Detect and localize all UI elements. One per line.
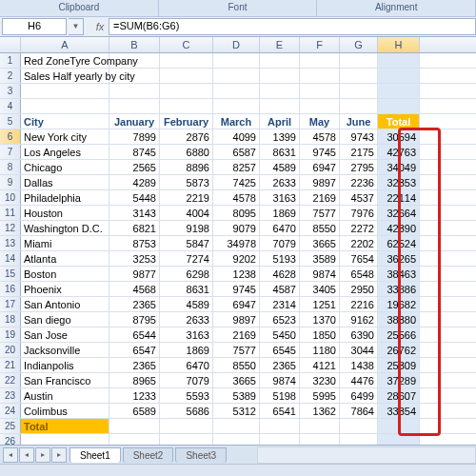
- cell[interactable]: 4004: [160, 206, 213, 220]
- cell[interactable]: [260, 419, 300, 433]
- cell[interactable]: [109, 69, 160, 83]
- cell[interactable]: 9897: [300, 175, 340, 189]
- cell[interactable]: 33886: [378, 282, 420, 296]
- cell[interactable]: 2314: [260, 297, 300, 311]
- cell[interactable]: 7654: [340, 251, 378, 266]
- cell[interactable]: 8896: [160, 160, 213, 174]
- cell[interactable]: [109, 419, 160, 433]
- row-header[interactable]: 10: [0, 190, 21, 205]
- cell[interactable]: 5873: [160, 175, 213, 189]
- cell[interactable]: 1438: [340, 358, 378, 372]
- cell[interactable]: 9745: [213, 282, 260, 296]
- cell[interactable]: [213, 69, 260, 83]
- cell[interactable]: [378, 53, 420, 68]
- cell[interactable]: 3665: [213, 373, 260, 387]
- cell[interactable]: 5389: [213, 388, 260, 403]
- cell[interactable]: April: [260, 114, 300, 129]
- cell[interactable]: [340, 84, 378, 98]
- cell[interactable]: 5448: [109, 190, 160, 205]
- cell[interactable]: Colimbus: [21, 404, 109, 418]
- cell[interactable]: 3163: [260, 190, 300, 205]
- col-header-D[interactable]: D: [213, 37, 260, 52]
- cell[interactable]: 5593: [160, 388, 213, 403]
- cell[interactable]: 9745: [300, 145, 340, 159]
- cell[interactable]: [340, 99, 378, 113]
- cell[interactable]: 1238: [213, 267, 260, 281]
- cell[interactable]: 7899: [109, 129, 160, 144]
- sheet-tab-3[interactable]: Sheet3: [175, 447, 227, 463]
- cell[interactable]: 3253: [109, 251, 160, 266]
- cell[interactable]: 2633: [160, 312, 213, 327]
- tab-next-icon[interactable]: ▸: [35, 447, 50, 463]
- cell[interactable]: 9162: [340, 312, 378, 327]
- cell[interactable]: 7425: [213, 175, 260, 189]
- cell[interactable]: Total: [378, 114, 420, 129]
- row-header[interactable]: 8: [0, 160, 21, 174]
- cell[interactable]: 32353: [378, 175, 420, 189]
- cell[interactable]: Phoenix: [21, 282, 109, 296]
- cell[interactable]: 8631: [160, 282, 213, 296]
- cell[interactable]: 1362: [300, 404, 340, 418]
- cell[interactable]: Indianpolis: [21, 358, 109, 372]
- cell[interactable]: Total: [21, 419, 109, 433]
- cell[interactable]: February: [160, 114, 213, 129]
- cell[interactable]: 1869: [260, 206, 300, 220]
- cell[interactable]: 2219: [160, 190, 213, 205]
- cell[interactable]: [21, 99, 109, 113]
- cell[interactable]: [160, 53, 213, 68]
- cell[interactable]: 2169: [300, 190, 340, 205]
- cell[interactable]: Chicago: [21, 160, 109, 174]
- cell[interactable]: 1180: [300, 343, 340, 357]
- tab-last-icon[interactable]: ▸: [51, 447, 67, 463]
- cell[interactable]: 1251: [300, 297, 340, 311]
- cell[interactable]: 4289: [109, 175, 160, 189]
- cell[interactable]: 6499: [340, 388, 378, 403]
- cell[interactable]: 9874: [300, 267, 340, 281]
- tab-first-icon[interactable]: ◂: [3, 447, 18, 463]
- cell[interactable]: 4589: [160, 297, 213, 311]
- cell[interactable]: Austin: [21, 388, 109, 403]
- formula-input[interactable]: =SUM(B6:G6): [109, 18, 476, 35]
- row-header[interactable]: 3: [0, 84, 21, 98]
- cell[interactable]: [340, 53, 378, 68]
- row-header[interactable]: 23: [0, 388, 21, 403]
- cell[interactable]: Miami: [21, 236, 109, 250]
- row-header[interactable]: 9: [0, 175, 21, 189]
- cell[interactable]: 32664: [378, 206, 420, 220]
- row-header[interactable]: 12: [0, 221, 21, 235]
- cell[interactable]: 2365: [109, 297, 160, 311]
- cell[interactable]: 2365: [109, 358, 160, 372]
- cell[interactable]: [378, 84, 420, 98]
- cell[interactable]: 8965: [109, 373, 160, 387]
- cell[interactable]: [300, 99, 340, 113]
- cell[interactable]: 28607: [378, 388, 420, 403]
- cell[interactable]: [213, 99, 260, 113]
- cell[interactable]: [300, 419, 340, 433]
- col-header-H[interactable]: H: [378, 37, 420, 52]
- cell[interactable]: 22114: [378, 190, 420, 205]
- cell[interactable]: 6821: [109, 221, 160, 235]
- sheet-tab-2[interactable]: Sheet2: [123, 447, 174, 463]
- cell[interactable]: Red ZoneTyre Company: [21, 53, 109, 68]
- ribbon-group-font[interactable]: Font: [159, 0, 318, 16]
- cell[interactable]: 2236: [340, 175, 378, 189]
- cell[interactable]: Philadelphia: [21, 190, 109, 205]
- cell[interactable]: 9198: [160, 221, 213, 235]
- row-header[interactable]: 1: [0, 53, 21, 68]
- cell[interactable]: 8095: [213, 206, 260, 220]
- col-header-B[interactable]: B: [109, 37, 160, 52]
- cell[interactable]: 3230: [300, 373, 340, 387]
- cell[interactable]: 34049: [378, 160, 420, 174]
- cell[interactable]: [213, 84, 260, 98]
- cell[interactable]: 9079: [213, 221, 260, 235]
- cell[interactable]: 7577: [213, 343, 260, 357]
- cell[interactable]: 2365: [260, 358, 300, 372]
- cell[interactable]: 3163: [160, 327, 213, 342]
- row-header[interactable]: 22: [0, 373, 21, 387]
- cell[interactable]: 3665: [300, 236, 340, 250]
- fx-icon[interactable]: fx: [91, 21, 109, 32]
- cell[interactable]: 6544: [109, 327, 160, 342]
- col-header-C[interactable]: C: [160, 37, 213, 52]
- select-all-corner[interactable]: [0, 37, 21, 52]
- cell[interactable]: 6390: [340, 327, 378, 342]
